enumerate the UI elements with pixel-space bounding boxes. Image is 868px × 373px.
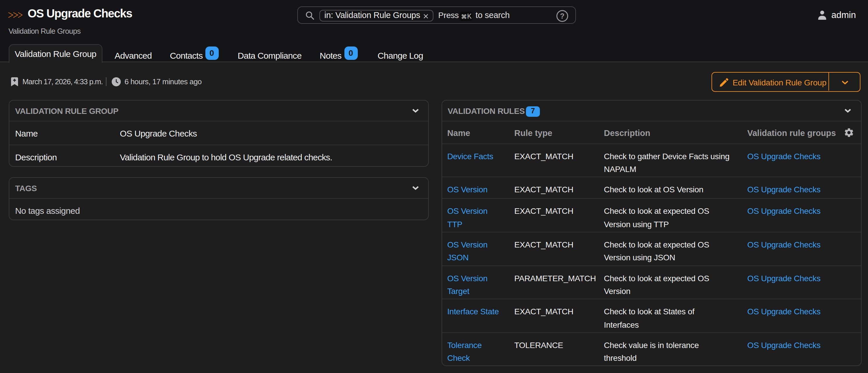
svg-text:?: ? bbox=[560, 12, 564, 20]
